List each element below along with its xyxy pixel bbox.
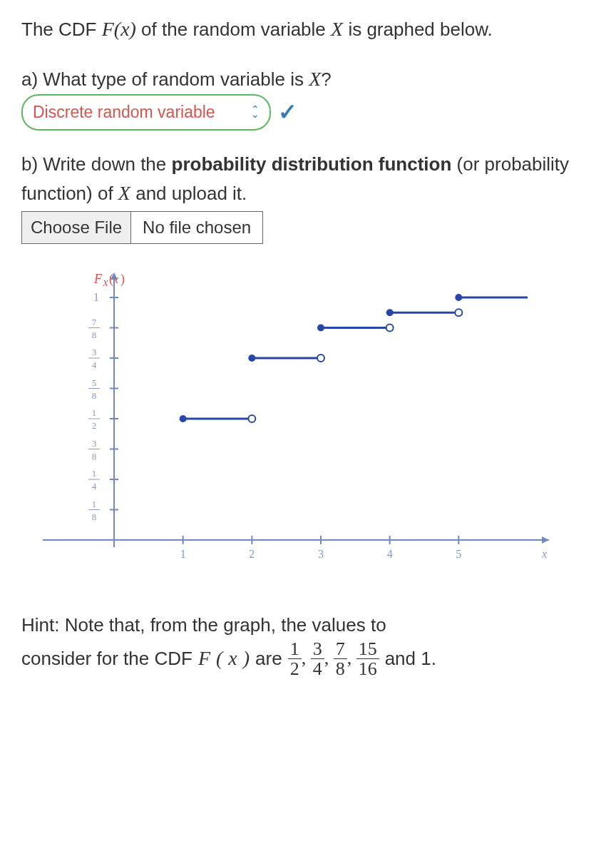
paren-close: ) xyxy=(130,18,136,40)
svg-text:F: F xyxy=(93,272,103,286)
svg-text:3: 3 xyxy=(92,347,97,357)
svg-point-60 xyxy=(386,309,394,316)
svg-text:1: 1 xyxy=(180,548,186,560)
svg-text:x: x xyxy=(113,273,118,285)
cdf-graph: 18143812583478112345FX(x)x xyxy=(43,269,556,583)
file-status: No file chosen xyxy=(131,212,262,243)
svg-point-52 xyxy=(248,415,255,422)
svg-text:4: 4 xyxy=(387,548,393,560)
svg-point-57 xyxy=(317,324,324,331)
intro-mid: of the random variable xyxy=(136,19,331,40)
svg-point-61 xyxy=(455,309,462,316)
select-value: Discrete random variable xyxy=(33,100,215,125)
hint-fraction: 1516 xyxy=(356,639,379,679)
svg-text:X: X xyxy=(102,277,109,288)
chevron-updown-icon: ⌃⌄ xyxy=(251,107,260,117)
part-a-question: a) What type of random variable is X? xyxy=(21,64,595,94)
svg-text:2: 2 xyxy=(92,420,97,431)
cdf-x: x xyxy=(120,18,129,40)
svg-point-55 xyxy=(317,355,324,362)
svg-point-51 xyxy=(180,415,187,422)
svg-point-58 xyxy=(386,324,394,331)
part-b: b) Write down the probability distributi… xyxy=(21,151,595,244)
svg-text:7: 7 xyxy=(92,316,97,327)
svg-text:1: 1 xyxy=(93,291,99,303)
paren-open: ( xyxy=(114,18,120,40)
hint-text: Hint: Note that, from the graph, the val… xyxy=(21,611,595,679)
svg-text:5: 5 xyxy=(456,548,461,560)
intro-pre: The CDF xyxy=(21,19,102,40)
hint-fraction: 34 xyxy=(311,639,324,679)
intro-post: is graphed below. xyxy=(343,19,493,40)
svg-text:4: 4 xyxy=(92,481,97,491)
svg-text:1: 1 xyxy=(92,407,97,418)
variable-type-select[interactable]: Discrete random variable ⌃⌄ xyxy=(21,94,271,131)
cdf-F: F xyxy=(102,18,114,40)
svg-text:5: 5 xyxy=(92,377,97,387)
file-upload[interactable]: Choose File No file chosen xyxy=(21,211,263,244)
svg-text:8: 8 xyxy=(92,329,97,340)
hint-fraction: 78 xyxy=(334,639,347,679)
svg-text:8: 8 xyxy=(92,389,97,400)
intro-X: X xyxy=(331,18,343,40)
svg-marker-2 xyxy=(542,536,549,544)
svg-text:1: 1 xyxy=(92,498,97,509)
svg-text:3: 3 xyxy=(92,437,97,448)
svg-text:4: 4 xyxy=(92,360,97,370)
choose-file-button[interactable]: Choose File xyxy=(22,212,131,243)
svg-text:x: x xyxy=(541,548,547,560)
part-b-question: b) Write down the probability distributi… xyxy=(21,151,595,208)
check-icon: ✓ xyxy=(278,95,297,129)
svg-text:3: 3 xyxy=(318,548,324,560)
svg-text:8: 8 xyxy=(92,511,97,521)
hint-fraction: 12 xyxy=(288,639,302,679)
svg-point-63 xyxy=(455,294,462,301)
part-a: a) What type of random variable is X? Di… xyxy=(21,64,595,131)
svg-text:8: 8 xyxy=(92,450,97,461)
svg-text:): ) xyxy=(120,272,125,287)
svg-text:1: 1 xyxy=(92,468,97,479)
svg-text:2: 2 xyxy=(249,548,255,560)
svg-point-54 xyxy=(248,355,255,362)
intro-text: The CDF F(x) of the random variable X is… xyxy=(21,14,595,44)
